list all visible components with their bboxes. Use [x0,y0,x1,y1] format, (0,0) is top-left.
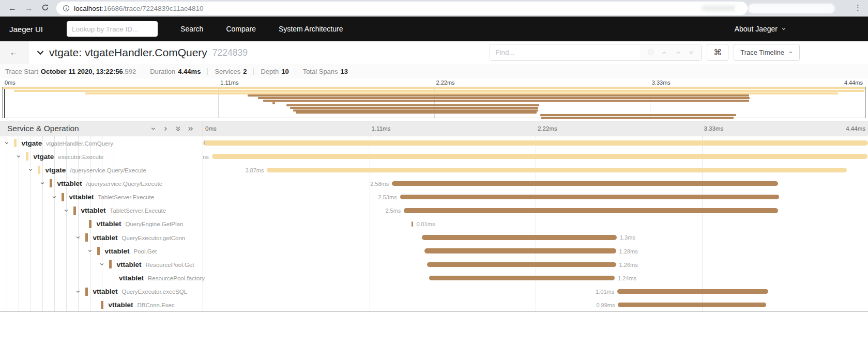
span-tree-row[interactable]: vttabletQueryEngine.GetPlan [0,217,203,231]
span-tree-row[interactable]: vttabletTabletServer.Execute [0,191,203,204]
span-bar-row[interactable]: 1.3ms [203,231,868,244]
span-bar-row[interactable]: 1.24ms [203,271,868,284]
chevron-down-icon[interactable] [63,208,70,213]
span-operation-name: /queryservice.Query/Execute [86,181,163,187]
trace-lookup-input[interactable] [67,21,158,37]
chevron-down-icon[interactable] [86,248,94,253]
span-duration-bar[interactable] [429,276,615,281]
summary-divider [207,68,208,75]
span-operation-name: vtgateHandler.ComQuery [46,140,113,147]
summary-item: Services2 [215,68,247,75]
span-service-name: vttabletResourcePool.factory [119,274,205,282]
span-bar-row[interactable]: ms [203,150,868,163]
chevron-down-icon[interactable] [3,140,10,146]
service-color-swatch [38,166,40,174]
service-color-swatch [85,233,88,242]
span-duration-bar[interactable] [203,140,868,146]
nav-link-system-architecture[interactable]: System Architecture [279,25,343,33]
info-icon[interactable] [63,5,70,12]
span-bar-row[interactable]: 3.87ms [203,163,868,177]
span-tree-row[interactable]: vtgateexecutor.Execute [0,150,203,163]
span-tree-row[interactable]: vttabletQueryExecutor.getConn [0,231,203,244]
about-jaeger-label: About Jaeger [735,25,778,33]
span-duration-bar[interactable] [392,181,778,186]
expand-all-icon[interactable] [188,126,193,132]
find-input[interactable] [490,44,640,60]
service-operation-title: Service & Operation [7,124,79,133]
chevron-down-icon[interactable] [74,289,82,294]
span-duration-bar[interactable] [424,248,616,253]
collapse-trace-chevron-icon[interactable] [36,50,44,56]
span-duration-bar[interactable] [212,154,867,159]
span-duration-bar[interactable] [404,208,778,213]
url-text: localhost:16686/trace/7224839c11ae4810 [74,5,203,12]
span-tree-row[interactable]: vttabletQueryExecutor.execSQL [0,285,203,298]
span-tree-row[interactable]: vttablet/queryservice.Query/Execute [0,177,203,190]
span-tree-row[interactable]: vtgatevtgateHandler.ComQuery [0,136,203,150]
span-bar-row[interactable]: 0.01ms [203,217,868,231]
span-bar-row[interactable]: 1.01ms [203,285,868,298]
trace-title: vtgate: vtgateHandler.ComQuery [49,46,207,59]
next-match-icon[interactable] [675,50,681,56]
span-tree-row[interactable]: vttabletTabletServer.Execute [0,204,203,217]
chevron-down-icon[interactable] [27,167,34,172]
span-tree-row[interactable]: vtgate/queryservice.Query/Execute [0,163,203,177]
span-duration-label: 0.99ms [596,302,615,308]
span-duration-bar[interactable] [617,289,768,294]
browser-reload-icon[interactable] [41,4,49,13]
browser-forward-icon[interactable]: → [25,4,33,12]
span-bar-row[interactable]: 2.5ms [203,204,868,217]
timeline-minimap[interactable] [2,87,866,118]
span-operation-name: QueryExecutor.getConn [122,235,186,241]
focus-match-icon[interactable] [648,50,653,55]
collapse-one-icon[interactable] [150,126,156,132]
span-service-name: vttablet/queryservice.Query/Execute [57,180,163,187]
span-duration-bar[interactable] [427,262,616,267]
chevron-down-icon[interactable] [74,235,82,240]
chevron-down-icon[interactable] [51,195,58,200]
trace-view-selector[interactable]: Trace Timeline [734,44,800,61]
chevron-down-icon[interactable] [39,181,46,186]
span-duration-label: 1.26ms [619,262,638,268]
back-button[interactable]: ← [0,41,28,64]
span-tree-row[interactable]: vttabletPool.Get [0,244,203,258]
span-bar-row[interactable]: 2.53ms [203,191,868,204]
service-color-swatch [109,260,112,268]
jaeger-ui-brand[interactable]: Jaeger UI [9,25,43,34]
span-duration-bar[interactable] [400,195,779,200]
browser-back-icon[interactable]: ← [8,4,17,12]
chevron-down-icon[interactable] [98,262,105,267]
span-bar-row[interactable]: 2.58ms [203,177,868,190]
nav-link-compare[interactable]: Compare [226,25,256,33]
span-tree-row[interactable]: vttabletResourcePool.Get [0,258,203,271]
prev-match-icon[interactable] [661,50,667,56]
tick-label: 0ms [5,80,16,86]
span-bars-pane: ms3.87ms2.58ms2.53ms2.5ms0.01ms1.3ms1.28… [203,136,868,311]
minimap-span-row [3,116,865,119]
span-bar-row[interactable]: 0.99ms [203,298,868,311]
column-resizer-handle[interactable] [204,140,206,145]
browser-menu-icon[interactable]: ⋮ [854,3,862,12]
span-bar-row[interactable] [203,136,868,150]
minimap-span-bar [541,117,733,119]
clear-find-icon[interactable]: × [689,49,693,57]
span-duration-bar[interactable] [618,303,766,308]
span-duration-bar[interactable] [422,235,617,240]
span-duration-bar[interactable] [412,221,414,227]
span-operation-name: QueryEngine.GetPlan [126,221,184,227]
nav-link-search[interactable]: Search [180,25,203,33]
keyboard-shortcuts-button[interactable]: ⌘ [707,44,728,61]
span-tree-row[interactable]: vttabletDBConn.Exec [0,298,203,312]
browser-profile-blurred [748,4,835,13]
expand-one-icon[interactable] [163,126,169,132]
span-duration-bar[interactable] [267,168,846,173]
collapse-all-icon[interactable] [175,126,181,132]
span-operation-name: ResourcePool.Get [146,262,194,268]
address-bar[interactable]: localhost:16686/trace/7224839c11ae4810 [56,2,748,15]
chevron-down-icon[interactable] [15,154,22,159]
about-jaeger-menu[interactable]: About Jaeger [735,25,786,33]
span-bar-row[interactable]: 1.26ms [203,258,868,271]
span-operation-name: executor.Execute [58,154,103,160]
span-tree-row[interactable]: vttabletResourcePool.factory [0,271,203,284]
span-bar-row[interactable]: 1.28ms [203,244,868,258]
